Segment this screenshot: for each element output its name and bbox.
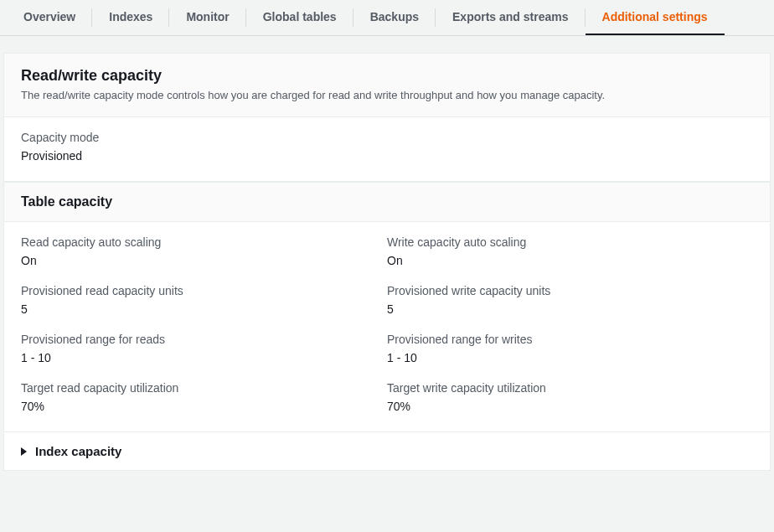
read-range-label: Provisioned range for reads <box>21 333 387 346</box>
card-subtitle: The read/write capacity mode controls ho… <box>21 88 753 103</box>
index-capacity-title: Index capacity <box>35 444 121 458</box>
card-title: Read/write capacity <box>21 67 753 85</box>
tab-backups[interactable]: Backups <box>353 0 436 35</box>
caret-right-icon <box>21 447 27 456</box>
write-provisioned-units-label: Provisioned write capacity units <box>387 284 753 297</box>
table-capacity-section: Read capacity auto scaling On Provisione… <box>4 222 770 431</box>
capacity-mode-label: Capacity mode <box>21 131 753 144</box>
write-auto-scaling-value: On <box>387 254 753 267</box>
table-capacity-title: Table capacity <box>4 182 770 222</box>
tab-exports-streams[interactable]: Exports and streams <box>436 0 586 35</box>
read-auto-scaling-label: Read capacity auto scaling <box>21 235 387 249</box>
write-provisioned-units-value: 5 <box>387 302 753 316</box>
write-capacity-column: Write capacity auto scaling On Provision… <box>387 235 753 413</box>
capacity-mode-section: Capacity mode Provisioned <box>4 117 770 182</box>
tab-bar: Overview Indexes Monitor Global tables B… <box>0 0 774 36</box>
write-target-value: 70% <box>387 400 753 413</box>
read-provisioned-units-value: 5 <box>21 302 387 316</box>
write-range-label: Provisioned range for writes <box>387 333 753 346</box>
write-range-value: 1 - 10 <box>387 351 753 364</box>
tab-global-tables[interactable]: Global tables <box>246 0 353 35</box>
write-auto-scaling-label: Write capacity auto scaling <box>387 235 753 249</box>
card-header: Read/write capacity The read/write capac… <box>4 54 770 117</box>
write-target-label: Target write capacity utilization <box>387 381 753 395</box>
tab-overview[interactable]: Overview <box>7 0 92 35</box>
content-area: Read/write capacity The read/write capac… <box>0 36 774 471</box>
tab-monitor[interactable]: Monitor <box>169 0 245 35</box>
read-capacity-column: Read capacity auto scaling On Provisione… <box>21 235 387 413</box>
index-capacity-expander[interactable]: Index capacity <box>4 431 770 470</box>
read-target-value: 70% <box>21 400 387 413</box>
read-auto-scaling-value: On <box>21 254 387 267</box>
read-provisioned-units-label: Provisioned read capacity units <box>21 284 387 297</box>
capacity-mode-value: Provisioned <box>21 149 753 163</box>
tab-additional-settings[interactable]: Additional settings <box>586 0 725 35</box>
read-write-capacity-card: Read/write capacity The read/write capac… <box>3 53 771 471</box>
read-target-label: Target read capacity utilization <box>21 381 387 395</box>
tab-indexes[interactable]: Indexes <box>92 0 169 35</box>
read-range-value: 1 - 10 <box>21 351 387 364</box>
